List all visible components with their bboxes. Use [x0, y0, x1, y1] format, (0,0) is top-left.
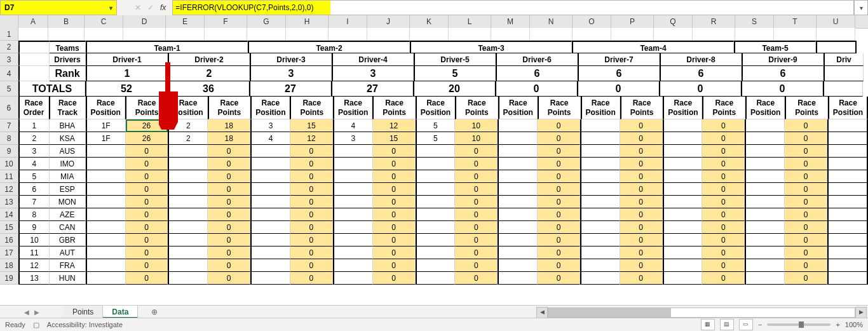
sheet-nav[interactable]: ◀ ▶ [0, 306, 64, 318]
race-pts-header-3[interactable]: Race Points [372, 97, 416, 119]
row-header-5[interactable]: 5 [0, 81, 18, 97]
race-pos-7-6[interactable] [580, 119, 620, 132]
race-pts-10-1[interactable]: 0 [208, 158, 250, 170]
race-pts-10-6[interactable]: 0 [620, 158, 663, 170]
race-pos-18-1[interactable] [168, 259, 208, 272]
row-header-12[interactable]: 12 [0, 183, 18, 196]
driver-header-9[interactable]: Driv [824, 53, 864, 66]
blank-cell[interactable] [247, 28, 286, 41]
race-pos-13-4[interactable] [416, 196, 456, 208]
race-pos-15-4[interactable] [416, 221, 456, 234]
race-pts-17-7[interactable]: 0 [702, 247, 745, 259]
race-pos-13-2[interactable] [250, 196, 290, 208]
race-pts-11-7[interactable]: 0 [702, 170, 745, 183]
race-pos-8-0[interactable]: 1F [86, 132, 126, 145]
race-pts-15-3[interactable]: 0 [373, 221, 416, 234]
race-pos-8-7[interactable] [663, 132, 703, 145]
race-pos-17-6[interactable] [580, 247, 620, 259]
race-pos-10-5[interactable] [498, 158, 538, 170]
race-pos-19-9[interactable] [827, 272, 868, 285]
race-pos-10-2[interactable] [250, 158, 290, 170]
race-pts-8-7[interactable]: 0 [702, 132, 745, 145]
blank-cell[interactable] [573, 28, 611, 41]
race-pos-18-9[interactable] [827, 259, 868, 272]
race-pts-16-4[interactable]: 0 [455, 234, 498, 247]
race-pos-15-0[interactable] [86, 221, 126, 234]
team-header-3[interactable]: Team-4 [572, 41, 734, 53]
race-track-12[interactable]: ESP [50, 183, 86, 196]
col-header-P[interactable]: P [611, 15, 654, 28]
col-header-K[interactable]: K [410, 15, 449, 28]
race-pts-18-0[interactable]: 0 [126, 259, 168, 272]
race-pos-18-3[interactable] [333, 259, 373, 272]
race-pts-13-1[interactable]: 0 [208, 196, 250, 208]
race-pts-15-0[interactable]: 0 [126, 221, 168, 234]
hscroll-left-icon[interactable]: ◀ [536, 307, 548, 318]
rank-value-2[interactable]: 3 [250, 66, 332, 81]
blank-cell[interactable] [817, 28, 855, 41]
col-header-Q[interactable]: Q [654, 15, 693, 28]
race-pos-18-2[interactable] [250, 259, 290, 272]
race-pos-14-6[interactable] [580, 208, 620, 221]
race-pts-8-1[interactable]: 18 [208, 132, 250, 145]
grid-body[interactable]: 12TeamsTeam-1Team-2Team-3Team-4Team-53Dr… [0, 28, 868, 306]
race-pts-10-2[interactable]: 0 [290, 158, 333, 170]
race-pts-9-7[interactable]: 0 [702, 145, 745, 158]
race-pos-17-1[interactable] [168, 247, 208, 259]
race-track-11[interactable]: MIA [50, 170, 86, 183]
race-pts-header-5[interactable]: Race Points [538, 97, 581, 119]
race-pts-11-3[interactable]: 0 [373, 170, 416, 183]
race-pos-11-3[interactable] [333, 170, 373, 183]
race-pts-16-7[interactable]: 0 [702, 234, 745, 247]
totals-value-8[interactable]: 0 [741, 81, 823, 97]
race-pts-10-5[interactable]: 0 [538, 158, 580, 170]
row-header-1[interactable]: 1 [0, 28, 18, 41]
blank-cell[interactable] [449, 28, 491, 41]
race-pos-9-0[interactable] [86, 145, 126, 158]
row-header-19[interactable]: 19 [0, 272, 18, 285]
race-pos-9-2[interactable] [250, 145, 290, 158]
col-header-R[interactable]: R [693, 15, 735, 28]
race-pts-15-7[interactable]: 0 [702, 221, 745, 234]
race-pos-16-6[interactable] [580, 234, 620, 247]
driver-header-4[interactable]: Driver-5 [414, 53, 496, 66]
col-header-F[interactable]: F [205, 15, 247, 28]
race-pos-19-0[interactable] [86, 272, 126, 285]
race-pos-7-0[interactable]: 1F [86, 119, 126, 132]
race-pos-8-6[interactable] [580, 132, 620, 145]
race-pos-17-2[interactable] [250, 247, 290, 259]
race-pos-10-7[interactable] [663, 158, 703, 170]
race-pts-13-0[interactable]: 0 [126, 196, 168, 208]
zoom-level[interactable]: 100% [845, 321, 863, 328]
race-pts-13-3[interactable]: 0 [373, 196, 416, 208]
race-pts-9-0[interactable]: 0 [126, 145, 168, 158]
race-pts-13-2[interactable]: 0 [290, 196, 333, 208]
race-pos-9-9[interactable] [827, 145, 868, 158]
row-header-17[interactable]: 17 [0, 247, 18, 259]
race-pos-10-6[interactable] [580, 158, 620, 170]
blank-cell[interactable] [166, 28, 205, 41]
race-pos-14-5[interactable] [498, 208, 538, 221]
totals-value-6[interactable]: 0 [577, 81, 659, 97]
blank-cell[interactable] [410, 28, 449, 41]
race-pos-10-3[interactable] [333, 158, 373, 170]
team-header-4[interactable]: Team-5 [734, 41, 816, 53]
totals-value-2[interactable]: 27 [249, 81, 331, 97]
race-pos-12-4[interactable] [416, 183, 456, 196]
race-order-10[interactable]: 4 [18, 158, 50, 170]
race-pos-header-3[interactable]: Race Position [333, 97, 372, 119]
race-pos-19-3[interactable] [333, 272, 373, 285]
race-pts-15-6[interactable]: 0 [620, 221, 663, 234]
race-pts-header-0[interactable]: Race Points [125, 97, 168, 119]
race-pos-18-4[interactable] [416, 259, 456, 272]
zoom-out-icon[interactable]: − [758, 321, 762, 328]
race-pts-8-5[interactable]: 0 [538, 132, 580, 145]
race-pos-header-0[interactable]: Race Position [86, 97, 125, 119]
blank-cell[interactable] [654, 28, 693, 41]
race-pts-16-3[interactable]: 0 [373, 234, 416, 247]
team-header-0[interactable]: Team-1 [86, 41, 248, 53]
race-order-header[interactable]: Race Order [18, 97, 49, 119]
race-pos-13-0[interactable] [86, 196, 126, 208]
race-pts-11-2[interactable]: 0 [290, 170, 333, 183]
driver-header-8[interactable]: Driver-9 [742, 53, 824, 66]
